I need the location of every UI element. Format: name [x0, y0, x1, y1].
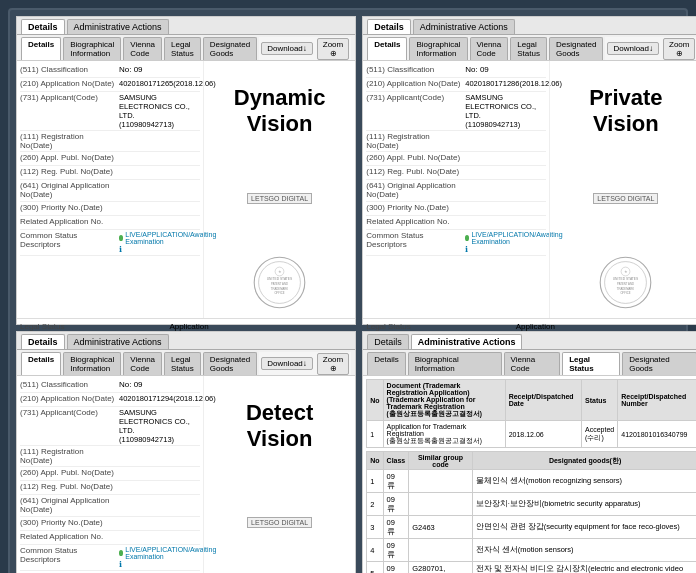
panel-bottom-left-tabs: Details Administrative Actions: [17, 332, 355, 350]
col-status: Status: [582, 380, 618, 421]
goods-row-3: 3 09 류 G2463 안면인식 관련 장갑(security equipme…: [367, 516, 696, 539]
vision-title-tl: DynamicVision: [234, 85, 326, 138]
live-indicator-bl: [119, 550, 123, 556]
live-indicator-tl: [119, 235, 123, 241]
col-no: No: [367, 380, 383, 421]
letsgo-badge-tr: LETSGO DIGITAL: [593, 193, 658, 204]
panel-bottom-right-tabs: Details Administrative Actions: [363, 332, 696, 350]
sub-tab-goods-tr[interactable]: Designated Goods: [549, 37, 603, 60]
zoom-btn-tr[interactable]: Zoom ⊕: [663, 38, 695, 60]
panel-bottom-right: Details Administrative Actions Details B…: [362, 331, 696, 573]
info-table-tr: (511) Classification No: 09 (210) Applic…: [363, 61, 549, 318]
right-panel-tr: PrivateVision LETSGO DIGITAL UNITED STAT…: [549, 61, 696, 318]
sub-tab-bio-bl[interactable]: Biographical Information: [63, 352, 121, 375]
sub-tabs-tr: Details Biographical Information Vienna …: [363, 35, 696, 61]
seal-tr: UNITED STATES PATENT AND TRADEMARK OFFIC…: [598, 255, 653, 310]
svg-text:TRADEMARK: TRADEMARK: [271, 287, 288, 291]
svg-text:OFFICE: OFFICE: [621, 291, 631, 295]
live-indicator-tr: [465, 235, 469, 241]
row-priority-tl: (300) Priority No.(Date): [20, 202, 200, 216]
doc-table: No Document (Trademark Registration Appl…: [366, 379, 696, 448]
sub-tab-details-tr[interactable]: Details: [367, 37, 407, 60]
sub-tab-legal-tl[interactable]: Legal Status: [164, 37, 201, 60]
panel-top-left: Details Administrative Actions Details B…: [16, 16, 356, 325]
seal-tl: UNITED STATES PATENT AND TRADEMARK OFFIC…: [252, 255, 307, 310]
sub-tab-legal-bl[interactable]: Legal Status: [164, 352, 201, 375]
row-applpubl-tl: (260) Appl. Publ. No(Date): [20, 152, 200, 166]
goods-table: No Class Similar group code Designated g…: [366, 451, 696, 573]
row-regpubl-tl: (112) Reg. Publ. No(Date): [20, 166, 200, 180]
tab-admin-br[interactable]: Administrative Actions: [411, 334, 523, 349]
info-table-tl: (511) Classification No: 09 (210) Applic…: [17, 61, 203, 318]
sub-tab-details-br[interactable]: Details: [367, 352, 405, 375]
info-icon-tr: ℹ: [465, 245, 468, 254]
sub-tab-vienna-br[interactable]: Vienna Code: [504, 352, 561, 375]
svg-text:UNITED STATES: UNITED STATES: [267, 277, 293, 281]
sub-tabs-tl: Details Biographical Information Vienna …: [17, 35, 355, 61]
zoom-btn-bl[interactable]: Zoom ⊕: [317, 353, 349, 375]
zoom-btn-tl[interactable]: Zoom ⊕: [317, 38, 349, 60]
sub-tab-vienna-bl[interactable]: Vienna Code: [123, 352, 162, 375]
sub-tab-bio-tl[interactable]: Biographical Information: [63, 37, 121, 60]
info-icon-bl: ℹ: [119, 560, 122, 569]
svg-point-8: [601, 257, 652, 308]
toolbar-tl: Download↓ Zoom ⊕: [259, 37, 351, 60]
row-classification-tl: (511) Classification No: 09: [20, 64, 200, 78]
svg-point-9: [605, 262, 647, 304]
doc-row-1: 1 Application for Trademark Registration…: [367, 421, 696, 448]
download-btn-bl[interactable]: Download↓: [261, 357, 313, 370]
sub-tabs-br: Details Biographical Information Vienna …: [363, 350, 696, 376]
letsgo-badge-bl: LETSGO DIGITAL: [247, 517, 312, 528]
download-btn-tl[interactable]: Download↓: [261, 42, 313, 55]
sub-tab-legal-br[interactable]: Legal Status: [562, 352, 620, 375]
goods-row-2: 2 09 류 보안장치·보안장비(biometric security appa…: [367, 493, 696, 516]
content-tl: (511) Classification No: 09 (210) Applic…: [17, 61, 355, 318]
svg-text:PATENT AND: PATENT AND: [617, 282, 634, 286]
col-number: Receipt/Dispatched Number: [618, 380, 696, 421]
svg-text:★: ★: [624, 269, 628, 274]
sub-tab-goods-tl[interactable]: Designated Goods: [203, 37, 257, 60]
toolbar-bl: Download↓ Zoom ⊕: [259, 352, 351, 375]
panel-bottom-left: Details Administrative Actions Details B…: [16, 331, 356, 573]
row-relapp-tl: Related Application No.: [20, 216, 200, 230]
panel-top-right: Details Administrative Actions Details B…: [362, 16, 696, 325]
tab-admin-bl[interactable]: Administrative Actions: [67, 334, 169, 349]
content-bl: (511) Classification No: 09 (210) Applic…: [17, 376, 355, 573]
goods-row-1: 1 09 류 물체인식 센서(motion recognizing sensor…: [367, 470, 696, 493]
goods-row-4: 4 09 류 전자식 센서(motion sensors): [367, 539, 696, 562]
tab-details-tr[interactable]: Details: [367, 19, 411, 34]
col-doc: Document (Trademark Registration Applica…: [383, 380, 505, 421]
tab-details-br[interactable]: Details: [367, 334, 409, 349]
right-panel-tl: DynamicVision LETSGO DIGITAL UNITED STAT…: [203, 61, 355, 318]
content-br: No Document (Trademark Registration Appl…: [363, 376, 696, 573]
sub-tab-bio-br[interactable]: Biographical Information: [408, 352, 502, 375]
svg-text:UNITED STATES: UNITED STATES: [613, 277, 639, 281]
vision-title-bl: DetectVision: [246, 400, 313, 453]
tab-admin-tl[interactable]: Administrative Actions: [67, 19, 169, 34]
row-origapp-tl: (641) Original Application No(Date): [20, 180, 200, 202]
sub-tab-details-tl[interactable]: Details: [21, 37, 61, 60]
svg-point-1: [259, 262, 301, 304]
info-table-bl: (511) Classification No: 09 (210) Applic…: [17, 376, 203, 573]
col-date: Receipt/Dispatched Date: [505, 380, 581, 421]
sub-tab-vienna-tl[interactable]: Vienna Code: [123, 37, 162, 60]
vision-title-tr: PrivateVision: [589, 85, 662, 138]
sub-tab-details-bl[interactable]: Details: [21, 352, 61, 375]
content-tr: (511) Classification No: 09 (210) Applic…: [363, 61, 696, 318]
row-applicant-tl: (731) Applicant(Code) SAMSUNG ELECTRONIC…: [20, 92, 200, 131]
sub-tab-bio-tr[interactable]: Biographical Information: [409, 37, 467, 60]
tab-details-tl[interactable]: Details: [21, 19, 65, 34]
svg-text:★: ★: [278, 269, 282, 274]
svg-text:PATENT AND: PATENT AND: [271, 282, 288, 286]
sub-tab-legal-tr[interactable]: Legal Status: [510, 37, 547, 60]
tab-admin-tr[interactable]: Administrative Actions: [413, 19, 515, 34]
sub-tab-vienna-tr[interactable]: Vienna Code: [470, 37, 509, 60]
sub-tab-goods-bl[interactable]: Designated Goods: [203, 352, 257, 375]
row-appno-tl: (210) Application No(Date) 4020180171265…: [20, 78, 200, 92]
goods-row-5: 5 09 류 G280701, G180803 전자 및 전자식 비디오 감시장…: [367, 562, 696, 574]
toolbar-tr: Download↓ Zoom ⊕: [605, 37, 696, 60]
download-btn-tr[interactable]: Download↓: [607, 42, 659, 55]
tab-details-bl[interactable]: Details: [21, 334, 65, 349]
svg-text:TRADEMARK: TRADEMARK: [617, 287, 634, 291]
sub-tab-goods-br[interactable]: Designated Goods: [622, 352, 696, 375]
